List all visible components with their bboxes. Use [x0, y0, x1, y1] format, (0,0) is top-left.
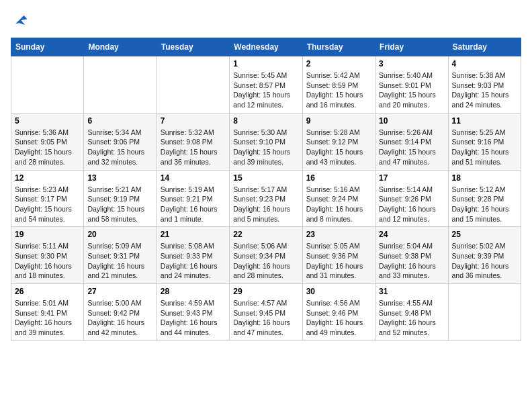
- calendar-cell: 21Sunrise: 5:08 AM Sunset: 9:33 PM Dayli…: [157, 227, 229, 284]
- calendar-cell: 3Sunrise: 5:40 AM Sunset: 9:01 PM Daylig…: [375, 56, 448, 113]
- day-info: Sunrise: 5:00 AM Sunset: 9:42 PM Dayligh…: [87, 298, 152, 338]
- day-number: 26: [15, 287, 80, 296]
- logo-bird-icon: [11, 11, 30, 30]
- calendar-cell: 30Sunrise: 4:56 AM Sunset: 9:46 PM Dayli…: [302, 284, 375, 341]
- day-number: 3: [379, 59, 444, 68]
- calendar-cell: 1Sunrise: 5:45 AM Sunset: 8:57 PM Daylig…: [230, 56, 302, 113]
- day-info: Sunrise: 5:30 AM Sunset: 9:10 PM Dayligh…: [233, 128, 298, 167]
- calendar-cell: 13Sunrise: 5:21 AM Sunset: 9:19 PM Dayli…: [84, 170, 157, 227]
- day-number: 27: [87, 287, 152, 296]
- calendar-cell: 16Sunrise: 5:16 AM Sunset: 9:24 PM Dayli…: [302, 170, 375, 227]
- day-info: Sunrise: 4:56 AM Sunset: 9:46 PM Dayligh…: [306, 298, 371, 338]
- calendar-cell: [448, 284, 521, 341]
- day-info: Sunrise: 5:16 AM Sunset: 9:24 PM Dayligh…: [306, 185, 371, 224]
- day-info: Sunrise: 5:23 AM Sunset: 9:17 PM Dayligh…: [15, 185, 80, 224]
- calendar-cell: 10Sunrise: 5:26 AM Sunset: 9:14 PM Dayli…: [375, 113, 448, 170]
- day-info: Sunrise: 5:38 AM Sunset: 9:03 PM Dayligh…: [452, 71, 517, 110]
- calendar-cell: 31Sunrise: 4:55 AM Sunset: 9:48 PM Dayli…: [375, 284, 448, 341]
- day-number: 31: [379, 287, 444, 296]
- day-info: Sunrise: 5:36 AM Sunset: 9:05 PM Dayligh…: [15, 128, 80, 167]
- day-info: Sunrise: 5:42 AM Sunset: 8:59 PM Dayligh…: [306, 71, 371, 110]
- day-number: 18: [452, 173, 517, 183]
- day-number: 30: [306, 287, 371, 296]
- calendar-cell: 23Sunrise: 5:05 AM Sunset: 9:36 PM Dayli…: [302, 227, 375, 284]
- page-header: [11, 11, 521, 30]
- day-number: 1: [233, 59, 298, 68]
- calendar-week-row: 26Sunrise: 5:01 AM Sunset: 9:41 PM Dayli…: [11, 284, 521, 341]
- day-info: Sunrise: 5:45 AM Sunset: 8:57 PM Dayligh…: [233, 71, 298, 110]
- calendar-cell: 24Sunrise: 5:04 AM Sunset: 9:38 PM Dayli…: [375, 227, 448, 284]
- day-info: Sunrise: 5:26 AM Sunset: 9:14 PM Dayligh…: [379, 128, 444, 167]
- day-number: 12: [15, 173, 80, 183]
- calendar-cell: [11, 56, 84, 113]
- day-info: Sunrise: 5:25 AM Sunset: 9:16 PM Dayligh…: [452, 128, 517, 167]
- day-info: Sunrise: 5:19 AM Sunset: 9:21 PM Dayligh…: [161, 185, 226, 224]
- calendar-week-row: 1Sunrise: 5:45 AM Sunset: 8:57 PM Daylig…: [11, 56, 521, 113]
- calendar-cell: 22Sunrise: 5:06 AM Sunset: 9:34 PM Dayli…: [230, 227, 302, 284]
- calendar-cell: 29Sunrise: 4:57 AM Sunset: 9:45 PM Dayli…: [230, 284, 302, 341]
- calendar-cell: 12Sunrise: 5:23 AM Sunset: 9:17 PM Dayli…: [11, 170, 84, 227]
- day-info: Sunrise: 4:57 AM Sunset: 9:45 PM Dayligh…: [233, 298, 298, 338]
- calendar-table: SundayMondayTuesdayWednesdayThursdayFrid…: [11, 38, 521, 341]
- calendar-cell: 9Sunrise: 5:28 AM Sunset: 9:12 PM Daylig…: [302, 113, 375, 170]
- day-info: Sunrise: 5:21 AM Sunset: 9:19 PM Dayligh…: [87, 185, 152, 224]
- day-number: 11: [452, 116, 517, 126]
- calendar-cell: 20Sunrise: 5:09 AM Sunset: 9:31 PM Dayli…: [84, 227, 157, 284]
- calendar-cell: 2Sunrise: 5:42 AM Sunset: 8:59 PM Daylig…: [302, 56, 375, 113]
- day-number: 4: [452, 59, 517, 68]
- day-number: 6: [87, 116, 152, 126]
- day-number: 20: [87, 230, 152, 239]
- day-info: Sunrise: 5:11 AM Sunset: 9:30 PM Dayligh…: [15, 241, 80, 281]
- day-number: 7: [161, 116, 226, 126]
- day-info: Sunrise: 5:40 AM Sunset: 9:01 PM Dayligh…: [379, 71, 444, 110]
- day-number: 8: [233, 116, 298, 126]
- calendar-cell: 5Sunrise: 5:36 AM Sunset: 9:05 PM Daylig…: [11, 113, 84, 170]
- calendar-cell: [157, 56, 229, 113]
- column-header-monday: Monday: [84, 38, 157, 56]
- day-info: Sunrise: 5:12 AM Sunset: 9:28 PM Dayligh…: [452, 185, 517, 224]
- day-number: 23: [306, 230, 371, 239]
- day-number: 19: [15, 230, 80, 239]
- calendar-cell: 19Sunrise: 5:11 AM Sunset: 9:30 PM Dayli…: [11, 227, 84, 284]
- calendar-cell: 15Sunrise: 5:17 AM Sunset: 9:23 PM Dayli…: [230, 170, 302, 227]
- calendar-cell: 17Sunrise: 5:14 AM Sunset: 9:26 PM Dayli…: [375, 170, 448, 227]
- day-number: 28: [161, 287, 226, 296]
- calendar-week-row: 5Sunrise: 5:36 AM Sunset: 9:05 PM Daylig…: [11, 113, 521, 170]
- day-info: Sunrise: 5:02 AM Sunset: 9:39 PM Dayligh…: [452, 241, 517, 281]
- day-number: 2: [306, 59, 371, 68]
- svg-marker-0: [15, 15, 28, 25]
- day-info: Sunrise: 5:08 AM Sunset: 9:33 PM Dayligh…: [161, 241, 226, 281]
- day-number: 13: [87, 173, 152, 183]
- day-info: Sunrise: 5:09 AM Sunset: 9:31 PM Dayligh…: [87, 241, 152, 281]
- calendar-cell: 11Sunrise: 5:25 AM Sunset: 9:16 PM Dayli…: [448, 113, 521, 170]
- column-header-thursday: Thursday: [302, 38, 375, 56]
- day-number: 21: [161, 230, 226, 239]
- calendar-week-row: 19Sunrise: 5:11 AM Sunset: 9:30 PM Dayli…: [11, 227, 521, 284]
- column-header-friday: Friday: [375, 38, 448, 56]
- day-info: Sunrise: 5:14 AM Sunset: 9:26 PM Dayligh…: [379, 185, 444, 224]
- calendar-cell: 26Sunrise: 5:01 AM Sunset: 9:41 PM Dayli…: [11, 284, 84, 341]
- day-number: 15: [233, 173, 298, 183]
- day-number: 29: [233, 287, 298, 296]
- day-info: Sunrise: 5:32 AM Sunset: 9:08 PM Dayligh…: [161, 128, 226, 167]
- day-number: 10: [379, 116, 444, 126]
- day-number: 25: [452, 230, 517, 239]
- day-number: 17: [379, 173, 444, 183]
- calendar-cell: 25Sunrise: 5:02 AM Sunset: 9:39 PM Dayli…: [448, 227, 521, 284]
- column-header-tuesday: Tuesday: [157, 38, 229, 56]
- column-header-sunday: Sunday: [11, 38, 84, 56]
- calendar-header-row: SundayMondayTuesdayWednesdayThursdayFrid…: [11, 38, 521, 56]
- column-header-saturday: Saturday: [448, 38, 521, 56]
- day-number: 5: [15, 116, 80, 126]
- day-number: 14: [161, 173, 226, 183]
- day-info: Sunrise: 5:28 AM Sunset: 9:12 PM Dayligh…: [306, 128, 371, 167]
- day-number: 24: [379, 230, 444, 239]
- day-info: Sunrise: 5:34 AM Sunset: 9:06 PM Dayligh…: [87, 128, 152, 167]
- day-number: 22: [233, 230, 298, 239]
- day-number: 16: [306, 173, 371, 183]
- day-info: Sunrise: 5:04 AM Sunset: 9:38 PM Dayligh…: [379, 241, 444, 281]
- calendar-cell: 27Sunrise: 5:00 AM Sunset: 9:42 PM Dayli…: [84, 284, 157, 341]
- day-info: Sunrise: 4:59 AM Sunset: 9:43 PM Dayligh…: [161, 298, 226, 338]
- calendar-cell: 7Sunrise: 5:32 AM Sunset: 9:08 PM Daylig…: [157, 113, 229, 170]
- column-header-wednesday: Wednesday: [230, 38, 302, 56]
